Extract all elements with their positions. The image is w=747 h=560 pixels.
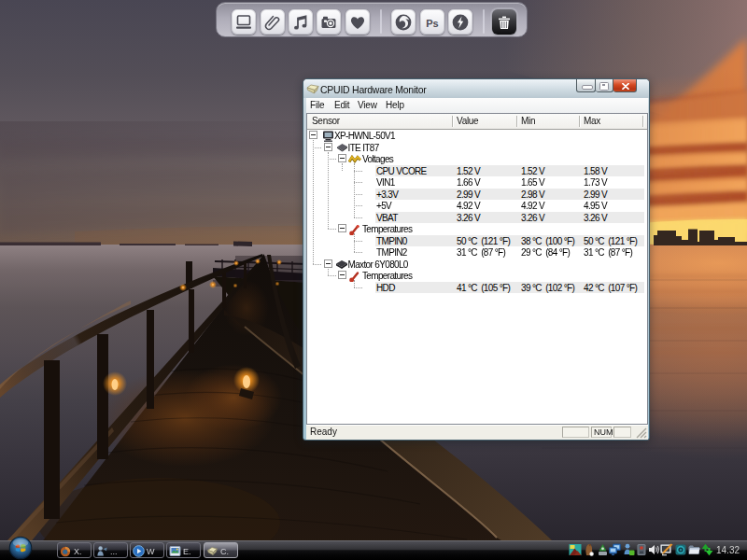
svg-text:Ps: Ps (426, 17, 438, 28)
